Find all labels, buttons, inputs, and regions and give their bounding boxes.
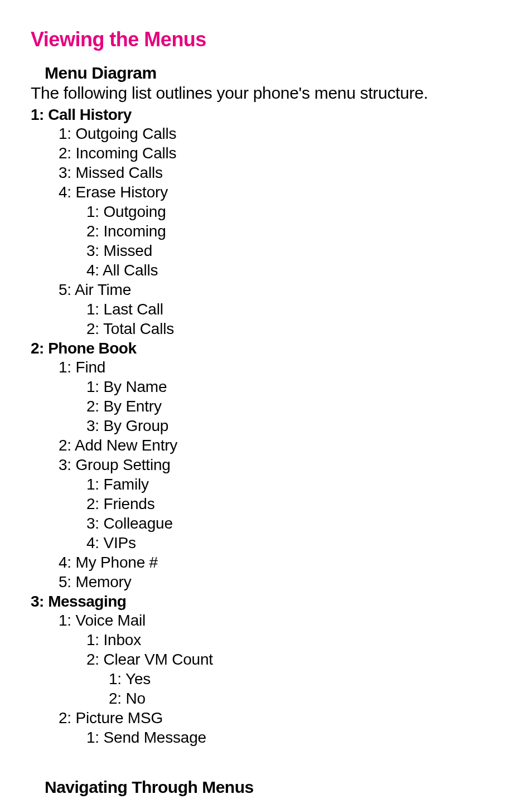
menu-subitem: 3: Missed: [86, 241, 501, 260]
menu-subitem: 4: VIPs: [86, 533, 501, 553]
menu-item: 1: Voice Mail: [59, 611, 501, 630]
menu-subitem: 2: Clear VM Count: [86, 650, 501, 669]
menu-item: 5: Air Time: [59, 280, 501, 299]
menu-category-call-history: 1: Call History: [31, 106, 501, 124]
menu-subsubitem: 1: Yes: [109, 669, 501, 689]
menu-category-phone-book: 2: Phone Book: [31, 340, 501, 357]
menu-subitem: 1: Family: [86, 474, 501, 494]
menu-subitem: 1: Last Call: [86, 299, 501, 319]
intro-text: The following list outlines your phone's…: [31, 84, 501, 103]
menu-item: 2: Add New Entry: [59, 435, 501, 455]
menu-subitem: 4: All Calls: [86, 260, 501, 280]
menu-subitem: 1: Inbox: [86, 630, 501, 650]
menu-item: 4: Erase History: [59, 182, 501, 202]
menu-category-messaging: 3: Messaging: [31, 593, 501, 611]
menu-subitem: 1: Send Message: [86, 728, 501, 747]
menu-subitem: 1: By Name: [86, 377, 501, 396]
menu-item: 3: Missed Calls: [59, 163, 501, 182]
menu-item: 3: Group Setting: [59, 455, 501, 474]
menu-subitem: 2: Total Calls: [86, 319, 501, 338]
menu-subitem: 1: Outgoing: [86, 202, 501, 221]
menu-subitem: 2: Friends: [86, 494, 501, 514]
menu-item: 4: My Phone #: [59, 553, 501, 572]
menu-item: 2: Picture MSG: [59, 708, 501, 728]
navigating-heading: Navigating Through Menus: [45, 778, 501, 797]
menu-subsubitem: 2: No: [109, 689, 501, 708]
menu-subitem: 3: Colleague: [86, 514, 501, 533]
menu-subitem: 2: By Entry: [86, 396, 501, 416]
menu-subitem: 3: By Group: [86, 416, 501, 435]
menu-subitem: 2: Incoming: [86, 221, 501, 241]
menu-diagram-heading: Menu Diagram: [45, 64, 501, 83]
section-title: Viewing the Menus: [31, 28, 501, 51]
menu-item: 2: Incoming Calls: [59, 143, 501, 163]
menu-item: 1: Outgoing Calls: [59, 124, 501, 143]
menu-item: 1: Find: [59, 357, 501, 377]
menu-item: 5: Memory: [59, 572, 501, 592]
